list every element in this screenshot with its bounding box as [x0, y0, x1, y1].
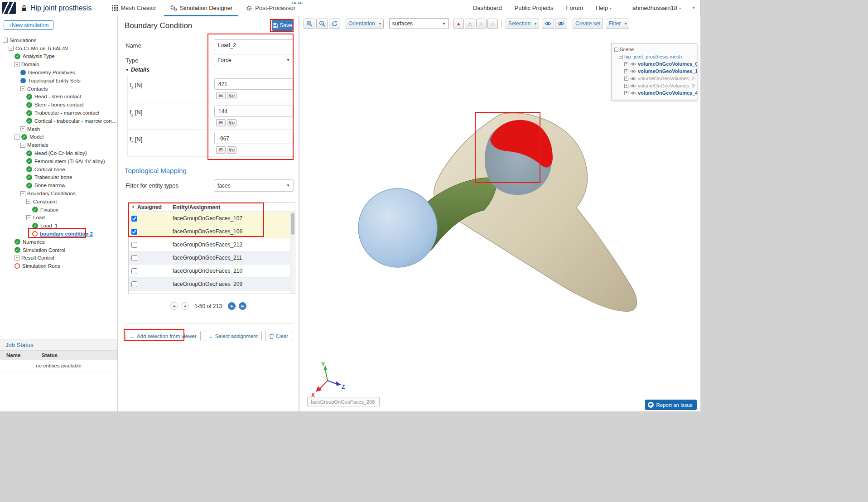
tree-item-mesh[interactable]: +Mesh	[0, 125, 117, 133]
pick-edge-button[interactable]: △	[476, 19, 487, 29]
last-page-button[interactable]: ▶|	[239, 302, 246, 310]
tree-item-bone-marrow[interactable]: ✓Bone marrow	[0, 181, 117, 189]
tab-post-processor[interactable]: Post-ProcessorBETA	[239, 0, 302, 16]
nav-link-dashboard[interactable]: Dashboard	[473, 5, 502, 11]
tree-item-co-cr-mo-on-ti-6al-4v[interactable]: −Co-Cr-Mo on Ti-6Al-4V	[0, 44, 117, 53]
tab-mesh-creator[interactable]: Mesh Creator	[105, 0, 163, 16]
assignment-checkbox[interactable]	[131, 229, 137, 235]
orientation-dropdown[interactable]: Orientation▾	[346, 19, 384, 29]
tree-item-trabecular-bone[interactable]: ✓Trabecular bone	[0, 174, 117, 182]
assignment-checkbox[interactable]	[131, 255, 137, 261]
assignment-row[interactable]	[129, 291, 295, 294]
collapse-toggle-icon[interactable]: −	[20, 143, 25, 148]
tree-item-geometry-primitives[interactable]: Geometry Primitives	[0, 68, 117, 77]
collapse-toggle-icon[interactable]: −	[614, 48, 618, 52]
next-page-button[interactable]: ▶	[228, 302, 236, 310]
expand-toggle-icon[interactable]: +	[624, 91, 628, 95]
assignment-row[interactable]: faceGroupOnGeoFaces_210	[129, 265, 295, 278]
tab-simulation-designer[interactable]: Simulation Designer	[163, 0, 239, 16]
scene-volume-volumeongeovolumes-1[interactable]: +volumeOnGeoVolumes_1	[614, 68, 694, 75]
type-select[interactable]: Force▼	[214, 54, 294, 66]
table-input-button[interactable]: ⊞	[216, 146, 226, 154]
hide-selected-eye-button[interactable]	[555, 19, 567, 29]
scene-mesh[interactable]: −hip_joint_prosthesis mesh	[614, 53, 694, 60]
formula-input-button[interactable]: f(x)	[227, 92, 236, 99]
tree-item-contacts[interactable]: −Contacts	[0, 85, 117, 93]
first-page-button[interactable]: |◀	[170, 302, 178, 310]
prev-page-button[interactable]: ◀	[181, 302, 188, 310]
assignment-checkbox[interactable]	[131, 268, 137, 274]
collapse-toggle-icon[interactable]: −	[20, 86, 25, 91]
assignment-table-header[interactable]: ▼ Assigned Entity/Assignment	[129, 203, 295, 212]
zoom-out-button[interactable]	[316, 19, 328, 29]
expand-toggle-icon[interactable]: +	[624, 84, 628, 88]
report-issue-button[interactable]: Report an issue	[645, 400, 697, 410]
expand-toggle-icon[interactable]: +	[624, 69, 628, 73]
assignment-row[interactable]: faceGroupOnGeoFaces_212	[129, 238, 295, 251]
table-scrollbar[interactable]	[290, 212, 295, 294]
create-set-button[interactable]: Create set	[573, 19, 603, 29]
assignment-checkbox[interactable]	[131, 216, 137, 222]
more-menu-caret-icon[interactable]: ▾	[693, 6, 694, 10]
tree-item-load-1[interactable]: ✓Load_1	[0, 222, 117, 230]
entity-type-select[interactable]: faces▼	[214, 179, 294, 192]
expand-toggle-icon[interactable]: +	[20, 126, 25, 131]
formula-input-button[interactable]: f(x)	[227, 119, 236, 126]
selection-dropdown[interactable]: Selection▾	[506, 19, 539, 29]
tree-item-femoral-stem-ti-6al-4v-alloy[interactable]: ✓Femoral stem (Ti-6Al-4V alloy)	[0, 157, 117, 165]
nav-link-forum[interactable]: Forum	[566, 5, 583, 11]
collapse-toggle-icon[interactable]: −	[26, 215, 31, 220]
action-clear[interactable]: Clear	[265, 331, 292, 341]
tree-item-materials[interactable]: −Materials	[0, 141, 117, 149]
tree-item-trabecular-marrow-contact[interactable]: ✓Trabecular - marrow contact	[0, 109, 117, 117]
assignment-row[interactable]: faceGroupOnGeoFaces_211	[129, 251, 295, 265]
tree-item-boundary-conditions[interactable]: −Boundary Conditions	[0, 189, 117, 198]
assignment-row[interactable]: faceGroupOnGeoFaces_107	[129, 212, 295, 225]
zoom-in-button[interactable]	[304, 19, 315, 29]
tree-item-head-stem-contact[interactable]: ✓Head - stem contact	[0, 93, 117, 101]
collapse-toggle-icon[interactable]: −	[14, 62, 19, 67]
tree-item-simulation-control[interactable]: ✓Simulation Control	[0, 246, 117, 254]
reset-view-button[interactable]	[329, 19, 340, 29]
expand-toggle-icon[interactable]: +	[624, 62, 628, 66]
formula-input-button[interactable]: f(x)	[227, 146, 236, 154]
viewer-3d[interactable]: Y X Z Orientation▾ surfaces▼ ▲ △ △ △	[299, 16, 700, 411]
tree-item-numerics[interactable]: ✓Numerics	[0, 238, 117, 246]
pick-face-button[interactable]: △	[465, 19, 475, 29]
tree-item-constraint[interactable]: −Constraint	[0, 198, 117, 206]
tree-item-topological-entity-sets[interactable]: Topological Entity Sets	[0, 77, 117, 85]
filter-dropdown[interactable]: Filter▾	[606, 19, 629, 29]
assignment-checkbox[interactable]	[131, 242, 137, 248]
tree-item-cortical-bone[interactable]: ✓Cortical bone	[0, 165, 117, 174]
collapse-toggle-icon[interactable]: −	[9, 46, 14, 51]
scene-root[interactable]: −Scene	[614, 46, 694, 53]
collapse-toggle-icon[interactable]: −	[26, 199, 31, 204]
new-simulation-button[interactable]: +New simulation	[4, 20, 53, 30]
nav-link-public-projects[interactable]: Public Projects	[515, 5, 554, 11]
tree-item-domain[interactable]: −Domain	[0, 60, 117, 68]
tree-item-fixation[interactable]: ✓Fixation	[0, 206, 117, 214]
scene-volume-volumeongeovolumes-4[interactable]: +volumeOnGeoVolumes_4	[614, 89, 694, 97]
save-button[interactable]: Save	[272, 20, 293, 31]
render-mode-select[interactable]: surfaces▼	[389, 18, 449, 29]
name-input[interactable]	[214, 39, 294, 51]
scene-volume-volumeongeovolumes-2[interactable]: +volumeOnGeoVolumes_2	[614, 75, 694, 82]
assignment-row[interactable]: faceGroupOnGeoFaces_209	[129, 278, 295, 291]
scene-volume-volumeongeovolumes-0[interactable]: +volumeOnGeoVolumes_0	[614, 60, 694, 68]
show-selected-eye-button[interactable]	[542, 19, 554, 29]
table-scrollbar-thumb[interactable]	[291, 213, 294, 235]
assignment-checkbox[interactable]	[131, 281, 137, 287]
force-fy-input[interactable]	[214, 106, 294, 117]
tree-item-simulation-runs[interactable]: Simulation Runs	[0, 262, 117, 270]
collapse-toggle-icon[interactable]: −	[14, 135, 19, 140]
action-add-selection-from-viewer[interactable]: ←Add selection from viewer	[125, 331, 201, 341]
force-fz-input[interactable]	[214, 133, 294, 144]
help-menu[interactable]: Help▾	[596, 5, 612, 11]
collapse-toggle-icon[interactable]: −	[619, 55, 623, 59]
user-menu[interactable]: ahmedhussain18▾	[632, 5, 681, 11]
tree-item-load[interactable]: −Load	[0, 214, 117, 222]
tree-item-simulations[interactable]: −Simulations	[0, 36, 117, 44]
tree-item-model[interactable]: −✓Model	[0, 133, 117, 141]
expand-toggle-icon[interactable]: +	[14, 256, 19, 261]
expand-toggle-icon[interactable]: +	[624, 77, 628, 81]
